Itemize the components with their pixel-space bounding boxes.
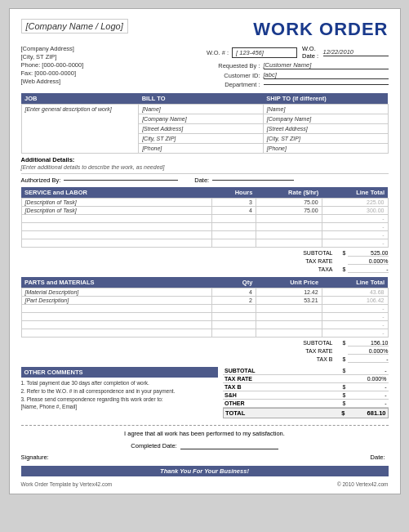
parts-row: [Material Description] 4 12.42 43.68 bbox=[21, 288, 388, 297]
ship-header: SHIP TO (if different) bbox=[263, 93, 388, 105]
service-subtotal-dollar: $ bbox=[336, 250, 348, 257]
qty-header: Qty bbox=[211, 277, 256, 288]
totals-taxrate-label: TAX RATE bbox=[225, 376, 336, 382]
header-section: [Company Name / Logo] WORK ORDER bbox=[21, 19, 389, 40]
parts-taxrate-value: 0.000% bbox=[348, 348, 389, 355]
part-desc bbox=[21, 313, 211, 321]
authorized-row: Authorized By: Date: bbox=[21, 173, 389, 184]
part-total: 106.42 bbox=[322, 297, 388, 305]
footer-right: © 2010 Vertex42.com bbox=[337, 481, 389, 487]
totals-other-row: OTHER $ - bbox=[223, 400, 389, 408]
totals-other-value: - bbox=[346, 400, 387, 406]
company-info: [Company Address] [City, ST ZIP] Phone: … bbox=[21, 45, 183, 90]
sl-desc bbox=[21, 223, 211, 231]
parts-row: - bbox=[21, 321, 388, 329]
bill-phone: [Phone] bbox=[139, 144, 264, 154]
parts-subtotal-dollar: $ bbox=[336, 340, 348, 346]
service-taxrate-value: 0.000% bbox=[348, 258, 389, 265]
totals-taxb-value: - bbox=[346, 384, 387, 390]
completion-section: I agree that all work has been performed… bbox=[21, 425, 389, 476]
bill-city: [City, ST ZIP] bbox=[139, 134, 264, 144]
ship-phone: [Phone] bbox=[263, 144, 388, 154]
part-total: - bbox=[322, 305, 388, 313]
auth-date-line bbox=[212, 180, 294, 181]
totals-other-label: OTHER bbox=[225, 400, 336, 406]
part-desc bbox=[21, 329, 211, 338]
footer-left: Work Order Template by Vertex42.com bbox=[21, 481, 113, 487]
parts-taxrate-dollar bbox=[336, 348, 348, 355]
sl-total: - bbox=[322, 239, 388, 248]
completed-date-line bbox=[180, 442, 278, 449]
service-labor-row: - bbox=[21, 231, 388, 239]
thank-you-bar: Thank You For Your Business! bbox=[21, 466, 389, 476]
totals-sh-value: - bbox=[346, 392, 387, 398]
parts-tax-label: TAX B bbox=[271, 356, 336, 363]
totals-subtotal-dollar: $ bbox=[336, 368, 346, 373]
service-tax-label: TAXA bbox=[271, 266, 336, 273]
totals-taxrate-dollar bbox=[336, 376, 346, 382]
parts-row: - bbox=[21, 313, 388, 321]
completed-date-label: Completed Date: bbox=[131, 442, 176, 449]
part-unit: 12.42 bbox=[256, 288, 322, 297]
service-taxrate-row: TAX RATE 0.000% bbox=[21, 257, 389, 266]
info-section: [Company Address] [City, ST ZIP] Phone: … bbox=[21, 45, 389, 90]
comment-line-2: 2. Refer to the W.O. # in all correspond… bbox=[21, 387, 219, 396]
totals-col: SUBTOTAL $ - TAX RATE 0.000% TAX B $ - S… bbox=[223, 367, 389, 418]
satisfaction-text: I agree that all work has been performed… bbox=[21, 430, 389, 437]
totals-total-label: TOTAL bbox=[225, 409, 336, 417]
part-qty: 2 bbox=[211, 297, 256, 305]
sl-hours bbox=[211, 239, 256, 248]
parts-tax-dollar: $ bbox=[336, 356, 348, 363]
part-unit bbox=[256, 329, 322, 338]
comment-line-3: 3. Please send correspondence regarding … bbox=[21, 396, 219, 404]
job-description: [Enter general description of work] bbox=[21, 105, 139, 154]
sl-total: - bbox=[322, 231, 388, 239]
service-taxrate-label: TAX RATE bbox=[271, 258, 336, 265]
part-qty bbox=[211, 305, 256, 313]
parts-subtotal-section: SUBTOTAL $ 156.10 TAX RATE 0.000% TAX B … bbox=[21, 339, 389, 364]
sl-rate bbox=[256, 239, 322, 248]
department-row: Department : bbox=[190, 81, 389, 88]
sl-rate bbox=[256, 215, 322, 223]
auth-date-label: Date: bbox=[194, 177, 209, 184]
company-phone: Phone: [000-000-0000] bbox=[21, 61, 183, 69]
sl-rate bbox=[256, 223, 322, 231]
part-qty: 4 bbox=[211, 288, 256, 297]
parts-header: PARTS and MATERIALS bbox=[21, 277, 211, 288]
parts-tax-value: - bbox=[348, 356, 389, 363]
part-unit bbox=[256, 305, 322, 313]
company-address: [Company Address] bbox=[21, 45, 183, 52]
comment-line-4: [Name, Phone #, Email] bbox=[21, 403, 219, 411]
part-desc: [Material Description] bbox=[21, 288, 211, 297]
parts-tax-row: TAX B $ - bbox=[21, 355, 389, 364]
page-footer: Work Order Template by Vertex42.com © 20… bbox=[21, 480, 389, 487]
parts-taxrate-label: TAX RATE bbox=[271, 348, 336, 355]
additional-details-label: Additional Details: bbox=[21, 156, 389, 163]
requested-by-value: [Customer Name] bbox=[264, 61, 389, 69]
unit-price-header: Unit Price bbox=[256, 277, 322, 288]
parts-subtotal-label: SUBTOTAL bbox=[271, 340, 336, 346]
service-taxrate-dollar bbox=[336, 258, 348, 265]
sl-hours: 4 bbox=[211, 207, 256, 215]
part-qty bbox=[211, 321, 256, 329]
company-fax: Fax: [000-000-0000] bbox=[21, 69, 183, 77]
totals-taxb-dollar: $ bbox=[336, 384, 346, 390]
service-labor-row: - bbox=[21, 223, 388, 231]
rate-header: Rate ($/hr) bbox=[256, 187, 322, 199]
totals-sh-label: S&H bbox=[225, 392, 336, 398]
ship-company: [Company Name] bbox=[263, 114, 388, 124]
completed-date-row: Completed Date: bbox=[21, 442, 389, 449]
part-total: - bbox=[322, 313, 388, 321]
part-unit bbox=[256, 321, 322, 329]
sl-rate: 75.00 bbox=[256, 199, 322, 207]
order-info: W.O. # : [ 123-456] W.O. Date : 12/22/20… bbox=[190, 45, 389, 90]
totals-taxrate-value: 0.000% bbox=[346, 376, 387, 382]
company-city: [City, ST ZIP] bbox=[21, 53, 183, 60]
parts-row: - bbox=[21, 329, 388, 338]
comments-col: OTHER COMMENTS 1. Total payment due 30 d… bbox=[21, 367, 224, 418]
sl-desc bbox=[21, 239, 211, 248]
totals-subtotal-label: SUBTOTAL bbox=[225, 368, 336, 373]
part-total: - bbox=[322, 329, 388, 338]
bill-street: [Street Address] bbox=[139, 124, 264, 134]
company-name: [Company Name / Logo] bbox=[21, 19, 128, 34]
